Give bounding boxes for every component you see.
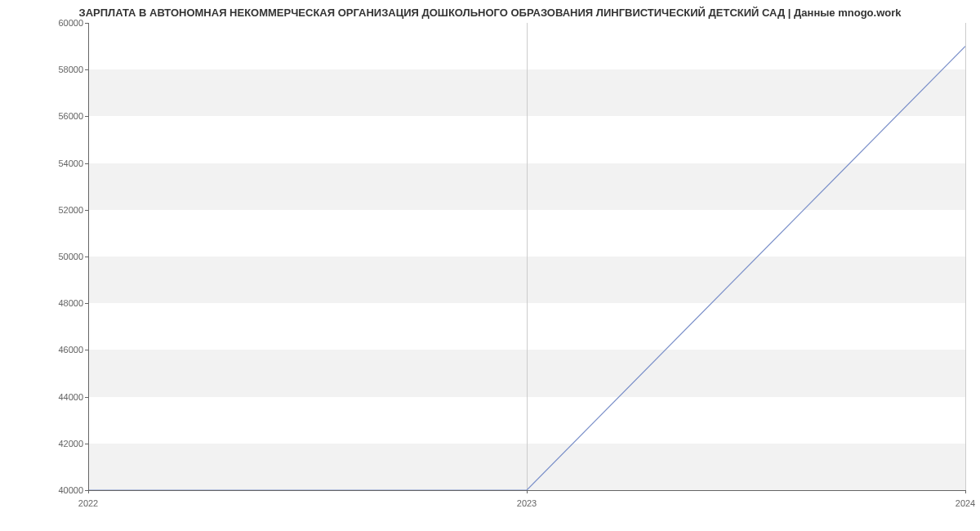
y-tick-mark (85, 116, 88, 117)
y-tick-label: 50000 (58, 252, 83, 261)
y-tick-label: 46000 (58, 345, 83, 355)
x-tick-label: 2022 (78, 498, 98, 508)
y-tick-mark (85, 444, 88, 444)
chart-container: ЗАРПЛАТА В АВТОНОМНАЯ НЕКОММЕРЧЕСКАЯ ОРГ… (0, 0, 980, 531)
x-tick-mark (88, 490, 89, 493)
y-tick-label: 44000 (58, 392, 83, 402)
y-tick-label: 54000 (58, 158, 83, 168)
y-tick-mark (85, 69, 88, 70)
x-gridline (965, 23, 966, 490)
x-tick-label: 2023 (517, 498, 537, 508)
y-tick-mark (85, 397, 88, 398)
y-tick-label: 40000 (58, 485, 83, 495)
chart-title: ЗАРПЛАТА В АВТОНОМНАЯ НЕКОММЕРЧЕСКАЯ ОРГ… (0, 7, 980, 19)
x-tick-mark (965, 490, 966, 493)
y-tick-label: 48000 (58, 298, 83, 308)
y-tick-label: 52000 (58, 205, 83, 215)
y-tick-mark (85, 210, 88, 211)
y-tick-label: 56000 (58, 111, 83, 121)
x-tick-mark (527, 490, 528, 493)
y-tick-mark (85, 257, 88, 257)
y-tick-mark (85, 303, 88, 304)
y-tick-label: 42000 (58, 439, 83, 448)
y-tick-mark (85, 163, 88, 164)
y-axis-line (88, 23, 89, 490)
y-tick-label: 58000 (58, 65, 83, 74)
y-tick-label: 60000 (58, 18, 83, 28)
y-tick-mark (85, 23, 88, 24)
plot-area (88, 23, 965, 490)
x-gridline (527, 23, 528, 490)
x-tick-label: 2024 (956, 498, 975, 508)
y-tick-mark (85, 350, 88, 350)
